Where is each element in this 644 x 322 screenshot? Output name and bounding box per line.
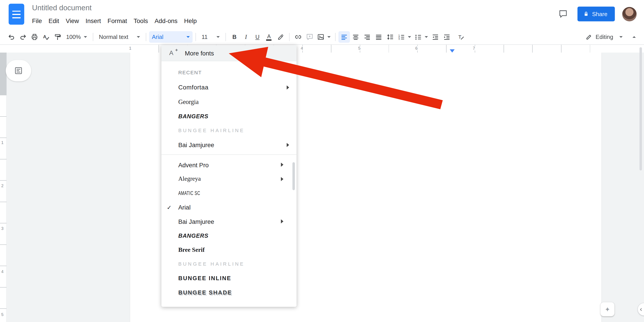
italic-button[interactable]: I (240, 31, 252, 43)
menu-addons[interactable]: Add-ons (152, 16, 181, 25)
font-option-bungee-hairline-2[interactable]: BUNGEE HAIRLINE (162, 257, 296, 271)
numbered-list-button[interactable]: 1. 2. 3. (396, 31, 412, 43)
font-option-label: BUNGEE HAIRLINE (178, 128, 245, 133)
add-comment-button[interactable] (304, 31, 315, 43)
more-fonts-item[interactable]: A + More fonts (162, 45, 296, 61)
bold-button[interactable]: B (229, 31, 240, 43)
font-option-bai-jamjuree[interactable]: Bai Jamjuree (162, 138, 296, 152)
avatar[interactable] (622, 7, 636, 21)
clear-formatting-button[interactable]: T (455, 31, 466, 43)
vertical-scrollbar[interactable] (640, 47, 642, 170)
insert-link-button[interactable] (292, 31, 304, 43)
image-icon (317, 33, 324, 41)
menu-view[interactable]: View (62, 16, 82, 25)
font-option-bungee-shade[interactable]: BUNGEE SHADE (162, 285, 296, 300)
ruler-number: 6 (414, 46, 419, 50)
font-option-amatic-sc[interactable]: AMATIC SC (162, 186, 296, 200)
menu-tools[interactable]: Tools (130, 16, 152, 25)
toolbar-divider (196, 33, 196, 41)
clear-formatting-icon: T (457, 33, 464, 41)
align-center-button[interactable] (350, 31, 361, 43)
font-option-arial[interactable]: ✓ Arial (162, 200, 296, 214)
align-justify-button[interactable] (373, 31, 384, 43)
hide-menus-button[interactable] (628, 31, 640, 43)
font-option-bree-serif[interactable]: Bree Serif (162, 243, 296, 257)
font-option-label: Alegreya (178, 176, 201, 182)
highlighter-icon (277, 33, 284, 41)
font-size-select[interactable]: 11 (199, 31, 223, 43)
font-option-bangers-2[interactable]: BANGERS (162, 228, 296, 242)
spelling-check-button[interactable]: A (40, 31, 52, 43)
menu-file[interactable]: File (29, 16, 46, 25)
document-canvas (6, 52, 644, 322)
all-fonts-list: Advent Pro Alegreya AMATIC SC ✓ Arial Ba… (162, 158, 296, 300)
font-option-advent-pro[interactable]: Advent Pro (162, 158, 296, 172)
recent-fonts-list: Comfortaa Georgia BANGERS BUNGEE HAIRLIN… (162, 80, 296, 152)
align-center-icon (352, 33, 359, 41)
ruler-number: 2 (1, 183, 4, 188)
share-button[interactable]: Share (577, 6, 615, 21)
print-button[interactable] (29, 31, 40, 43)
font-option-comfortaa[interactable]: Comfortaa (162, 80, 296, 94)
align-right-button[interactable] (361, 31, 373, 43)
chevron-down-icon (327, 36, 331, 38)
docs-logo[interactable] (9, 4, 24, 25)
editing-mode-select[interactable]: Editing (582, 31, 626, 43)
font-option-bai-jamjuree-2[interactable]: Bai Jamjuree (162, 214, 296, 228)
ruler-number: 4 (1, 269, 4, 274)
menu-insert[interactable]: Insert (82, 16, 104, 25)
ruler-number: 7 (472, 46, 476, 50)
right-indent-marker[interactable] (450, 49, 454, 52)
spellcheck-icon: A (42, 33, 50, 41)
ruler-number: 4 (300, 46, 304, 50)
explore-icon: ✦ (605, 306, 610, 313)
redo-button[interactable] (17, 31, 28, 43)
underline-button[interactable]: U (252, 31, 263, 43)
insert-image-button[interactable] (315, 31, 332, 43)
ruler-number: 3 (1, 226, 4, 231)
chevron-left-icon: ‹ (640, 306, 642, 313)
zoom-select[interactable]: 100% (63, 31, 90, 43)
highlight-color-button[interactable] (274, 31, 286, 43)
font-option-bangers[interactable]: BANGERS (162, 109, 296, 123)
recent-heading: RECENT (162, 70, 296, 76)
align-left-button[interactable] (338, 31, 350, 43)
svg-text:3.: 3. (398, 38, 400, 40)
check-icon: ✓ (167, 204, 172, 210)
open-comments-button[interactable] (556, 7, 570, 21)
paint-format-button[interactable] (52, 31, 63, 43)
bulleted-list-button[interactable] (413, 31, 430, 43)
font-option-georgia[interactable]: Georgia (162, 94, 296, 109)
line-spacing-button[interactable] (384, 31, 396, 43)
font-menu: A + More fonts RECENT Comfortaa Georgia … (162, 45, 296, 307)
font-option-bungee-hairline[interactable]: BUNGEE HAIRLINE (162, 123, 296, 138)
svg-text:A: A (43, 34, 46, 39)
document-title[interactable]: Untitled document (32, 4, 92, 12)
menu-help[interactable]: Help (181, 16, 200, 25)
pencil-icon (586, 34, 592, 40)
undo-button[interactable] (6, 31, 17, 43)
google-docs-window: Untitled document File Edit View Insert … (0, 0, 644, 322)
align-left-icon (340, 33, 348, 41)
menu-edit[interactable]: Edit (45, 16, 62, 25)
show-document-outline-button[interactable] (6, 60, 31, 82)
ruler-number: 1 (1, 140, 4, 145)
font-option-alegreya[interactable]: Alegreya (162, 172, 296, 186)
horizontal-ruler[interactable]: 1 2 3 4 5 6 7 (0, 45, 644, 52)
decrease-indent-button[interactable] (430, 31, 441, 43)
text-color-button[interactable]: A (263, 31, 274, 43)
bulleted-list-icon (414, 33, 422, 41)
font-option-bungee-inline[interactable]: BUNGEE INLINE (162, 271, 296, 285)
chevron-down-icon (216, 36, 220, 38)
line-spacing-icon (386, 33, 394, 41)
explore-button[interactable]: ✦ (600, 302, 614, 316)
increase-indent-button[interactable] (441, 31, 452, 43)
font-option-label: BANGERS (178, 113, 208, 119)
toolbar-divider (146, 33, 146, 41)
font-menu-scrollbar[interactable] (292, 162, 295, 190)
font-family-select[interactable]: Arial (149, 31, 192, 43)
paragraph-style-select[interactable]: Normal text (96, 31, 143, 43)
menu-format[interactable]: Format (104, 16, 130, 25)
vertical-ruler[interactable]: 1 2 3 4 5 (0, 52, 6, 322)
submenu-arrow-icon (281, 163, 283, 167)
